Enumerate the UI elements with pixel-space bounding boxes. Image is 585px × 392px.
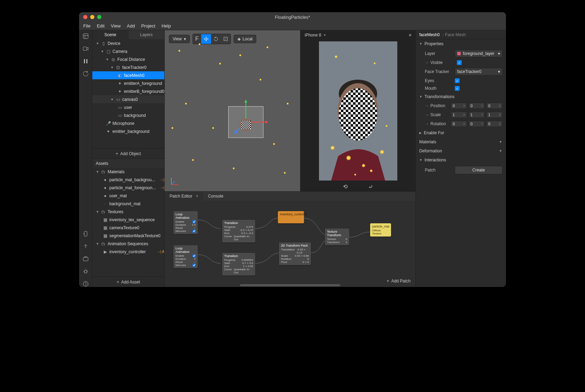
rot-x-input[interactable]: 0X [451,121,467,127]
asset-mat-user[interactable]: ●user_mat [92,192,164,200]
node-particlemat[interactable]: particle_mat Diffuse Texture [370,223,391,237]
menu-view[interactable]: View [111,23,120,29]
tab-console[interactable]: Console [203,192,228,201]
asset-group-anim[interactable]: ▼🗀Animation Sequences [92,240,164,248]
tool-frame[interactable]: F [193,34,201,44]
help-icon[interactable] [83,281,89,287]
scene-item-mic[interactable]: 🎤Microphone [92,119,164,127]
node-inventory[interactable]: inventory_controller [278,211,304,223]
refresh-icon[interactable] [83,71,89,77]
tab-patch-editor[interactable]: Patch Editor× [165,192,203,201]
node-loop1[interactable]: Loop Animation Enable Duration2.5 Reset→… [173,211,198,234]
scene-item-focal[interactable]: ▼◎Focal Distance [92,55,164,63]
transform-gizmo[interactable] [221,98,270,146]
device-icon[interactable] [83,231,89,237]
window-minimize[interactable] [90,15,94,19]
scene-item-user[interactable]: ▭user [92,103,164,111]
pos-z-input[interactable]: 0Z [486,103,502,109]
layout-icon[interactable] [83,33,89,39]
camera-icon[interactable] [83,46,89,52]
menu-file[interactable]: File [83,23,91,29]
node-textransform[interactable]: Texture Transform Texture0 Transform3 [325,229,349,245]
add-object-button[interactable]: +Add Object [92,148,164,159]
menu-add[interactable]: Add [127,23,135,29]
rot-z-input[interactable]: 0Z [486,121,502,127]
view-dropdown[interactable]: View▾ [169,35,190,43]
mouth-checkbox[interactable]: ✓ [455,86,460,91]
section-materials[interactable]: Materials+ [416,137,506,146]
node-transition2[interactable]: Transition Progress0.858504 Start0.7 × 0… [222,253,255,275]
asset-group-materials[interactable]: ▼🗀Materials [92,168,164,176]
scene-item-emitterb[interactable]: ✦emitterB_foreground0 [92,87,164,95]
menu-help[interactable]: Help [162,23,171,29]
window-close[interactable] [83,15,87,19]
facetracker-select[interactable]: faceTracker0▾ [455,68,502,75]
pos-y-input[interactable]: 0Y [469,103,485,109]
asset-anim-inv[interactable]: ▶inventory_controller→| A [92,248,164,256]
add-asset-button[interactable]: +Add Asset [92,277,164,287]
scene-item-canvas[interactable]: ▼▭canvas0 [92,95,164,103]
asset-mat-back[interactable]: ●background_mat [92,200,164,208]
asset-tex-cam[interactable]: ▩cameraTexture0 [92,224,164,232]
scene-item-emitterbg[interactable]: ✦emitter_background [92,127,164,135]
pos-x-input[interactable]: 0X [451,103,467,109]
menu-icon[interactable]: ≡ [409,33,411,38]
tab-scene[interactable]: Scene [92,30,128,39]
tab-layers[interactable]: Layers [128,30,165,39]
chevron-down-icon[interactable]: ▾ [324,33,326,37]
tool-move[interactable] [201,34,211,44]
asset-tex-seg[interactable]: ▩segmentationMaskTexture0 [92,232,164,240]
bug-icon[interactable] [83,268,89,274]
section-transforms[interactable]: ▼Transformations [416,92,506,101]
add-patch-button[interactable]: +Add Patch [387,279,411,283]
reset-icon[interactable]: ⤾ [368,183,373,190]
scene-item-facetracker[interactable]: ▼⊡faceTracker0 [92,63,164,71]
eyes-checkbox[interactable]: ✓ [455,78,460,83]
mic-icon: 🎤 [106,121,111,126]
window-maximize[interactable] [97,15,101,19]
close-icon[interactable]: × [196,194,198,199]
scene-item-camera[interactable]: ▼▢Camera [92,47,164,55]
node-2dpack[interactable]: 2D Transform Pack Translation-0.28 × 0.1… [279,242,311,265]
folder-icon: 🗀 [101,209,106,214]
scene-item-facemesh[interactable]: ◐faceMesh0 [92,71,164,79]
scl-x-input[interactable]: 1X [451,112,467,118]
create-patch-button[interactable]: Create [455,166,502,174]
rect-icon: ▭ [117,113,122,118]
svg-rect-7 [83,257,88,261]
asset-mat-fg[interactable]: ●particle_mat_foregroun...→| [92,184,164,192]
viewport-3d[interactable]: View▾ F ◈Local [165,30,301,191]
layer-select[interactable]: foreground_layer▾ [455,50,502,57]
menu-project[interactable]: Project [141,23,155,29]
asset-mat-bg[interactable]: ●particle_mat_backgrou...→| [92,176,164,184]
node-loop2[interactable]: Loop Animation Enable Duration2 Reset→ M… [173,245,198,268]
section-enablefor[interactable]: ▶Enable For [416,128,506,137]
scl-y-input[interactable]: 1Y [469,112,485,118]
plus-icon[interactable]: + [499,139,502,144]
local-toggle[interactable]: ◈Local [234,35,257,43]
scene-item-device[interactable]: ▼▯Device [92,39,164,47]
refresh-icon[interactable]: ⟲ [343,183,348,190]
tool-rotate[interactable] [211,34,221,44]
tool-scale[interactable] [221,34,231,44]
upload-icon[interactable] [83,243,89,249]
scl-z-input[interactable]: 1Z [486,112,502,118]
menu-edit[interactable]: Edit [97,23,104,29]
pause-icon[interactable] [83,58,89,64]
section-deformation[interactable]: Deformation+ [416,146,506,155]
preview-canvas[interactable] [319,41,397,181]
asset-group-textures[interactable]: ▼🗀Textures [92,208,164,216]
section-properties[interactable]: ▼Properties [416,39,506,48]
scene-item-emittera[interactable]: ✦emitterA_foreground [92,79,164,87]
visible-checkbox[interactable]: ✓ [457,60,462,65]
library-icon[interactable] [83,256,89,262]
asset-tex-inv[interactable]: ▩inventory_tex_sequence [92,216,164,224]
patch-canvas[interactable]: Loop Animation Enable Duration2.5 Reset→… [165,201,415,287]
scene-item-background[interactable]: ▭background [92,111,164,119]
scrollbar-horizontal[interactable] [240,284,340,286]
plus-icon[interactable]: + [499,149,502,153]
node-transition1[interactable]: Transition Progress0.274 Start-0.3 × 0.1… [222,220,255,242]
rot-y-input[interactable]: 0Y [469,121,485,127]
preview-device[interactable]: iPhone 8 [305,33,321,38]
section-interactions[interactable]: ▼Interactions [416,155,506,165]
